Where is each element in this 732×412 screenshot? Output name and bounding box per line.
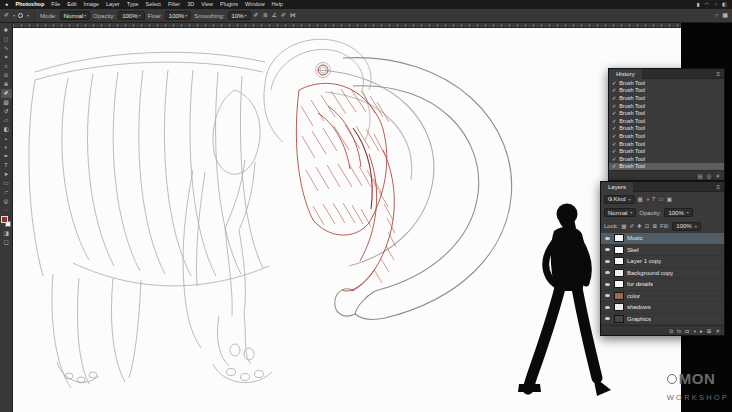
history-state[interactable]: ✐Brush Tool [609, 163, 724, 171]
menu-item-layer[interactable]: Layer [102, 0, 123, 9]
eyedropper-tool[interactable]: ⊙ [1, 71, 12, 80]
history-state[interactable]: ✐Brush Tool [609, 140, 724, 148]
blend-mode-select[interactable]: Normal ▾ [604, 208, 636, 217]
layer-row-layer-1-copy[interactable]: Layer 1 copy [601, 256, 724, 268]
pen-pressure-opacity-icon[interactable]: ✐ [254, 9, 259, 22]
brush-angle-icon[interactable]: ∠ [272, 9, 277, 22]
menu-item-view[interactable]: View [198, 0, 217, 9]
document-canvas[interactable] [13, 28, 681, 412]
brush-tool-preset-icon[interactable]: ✐ [4, 9, 9, 22]
quick-selection-tool[interactable]: ✦ [1, 53, 12, 62]
layer-style-icon[interactable]: fx [677, 326, 681, 336]
menu-item-file[interactable]: File [48, 0, 64, 9]
horizontal-ruler[interactable] [13, 23, 681, 28]
layer-visibility-toggle[interactable] [604, 237, 611, 240]
shape-tool[interactable]: ▭ [1, 179, 12, 188]
menu-item-help[interactable]: Help [268, 0, 286, 9]
healing-brush-tool[interactable]: ⊕ [1, 80, 12, 89]
layer-visibility-toggle[interactable] [604, 283, 611, 286]
layer-visibility-toggle[interactable] [604, 260, 611, 263]
crop-tool[interactable]: ⌗ [1, 62, 12, 71]
foreground-color-swatch[interactable] [1, 216, 8, 223]
menu-item-select[interactable]: Select [142, 0, 164, 9]
lock-all-icon[interactable]: ⊠ [652, 221, 657, 231]
new-snapshot-icon[interactable]: ◎ [707, 171, 712, 181]
menu-item-filter[interactable]: Filter [164, 0, 183, 9]
layer-opacity-select[interactable]: 100% ▾ [664, 208, 692, 217]
menu-item-photoshop[interactable]: Photoshop [12, 0, 48, 9]
filter-adjustment-layers-icon[interactable]: ◑ [646, 194, 649, 204]
hand-tool[interactable]: ☞ [1, 188, 12, 197]
filter-pixel-layers-icon[interactable]: ▦ [638, 194, 643, 204]
lasso-tool[interactable]: ∿ [1, 44, 12, 53]
menu-item-edit[interactable]: Edit [64, 0, 80, 9]
control-center-icon[interactable]: ◧ [722, 0, 727, 9]
battery-icon[interactable]: ▮ [697, 0, 700, 9]
blur-tool[interactable]: ◒ [1, 134, 12, 143]
menu-item-image[interactable]: Image [80, 0, 102, 9]
link-layers-icon[interactable]: ⧉ [669, 326, 673, 336]
clone-stamp-tool[interactable]: ▨ [1, 98, 12, 107]
dodge-tool[interactable]: ◐ [1, 143, 12, 152]
search-icon[interactable]: ○ [715, 9, 719, 22]
layer-visibility-toggle[interactable] [604, 248, 611, 251]
layer-row-shadows[interactable]: shadows [601, 302, 724, 314]
screen-mode-icon[interactable]: ▢ [1, 238, 12, 247]
layer-visibility-toggle[interactable] [604, 271, 611, 274]
paint-symmetry-icon[interactable]: ⋈ [290, 9, 296, 22]
layers-tab[interactable]: Layers [601, 182, 633, 192]
menu-item-window[interactable]: Window [242, 0, 269, 9]
history-state[interactable]: ✐Brush Tool [609, 94, 724, 102]
layer-row-skel[interactable]: Skel [601, 245, 724, 257]
type-tool[interactable]: T [1, 161, 12, 170]
menu-item-type[interactable]: Type [123, 0, 142, 9]
apple-menu-icon[interactable]: ● [5, 0, 8, 9]
layer-row-music[interactable]: Music [601, 233, 724, 245]
history-state[interactable]: ✐Brush Tool [609, 87, 724, 95]
zoom-tool[interactable]: ◎ [1, 197, 12, 206]
menu-item-3d[interactable]: 3D [184, 0, 198, 9]
history-tab[interactable]: History [609, 69, 642, 79]
smoothing-select[interactable]: 10%▾ [228, 11, 251, 20]
history-state[interactable]: ✐Brush Tool [609, 79, 724, 87]
wifi-icon[interactable]: ◠ [705, 0, 709, 9]
gradient-tool[interactable]: ◧ [1, 125, 12, 134]
airbrush-icon[interactable]: ≋ [263, 9, 268, 22]
lock-position-icon[interactable]: ✚ [637, 221, 642, 231]
history-state[interactable]: ✐Brush Tool [609, 117, 724, 125]
layer-row-graphics[interactable]: Graphics [601, 314, 724, 326]
brush-size-preview[interactable] [18, 13, 23, 18]
layer-filter-kind-select[interactable]: Kind ▾ [604, 195, 635, 204]
layer-mask-icon[interactable]: ◘ [685, 326, 688, 336]
history-state[interactable]: ✐Brush Tool [609, 147, 724, 155]
history-state[interactable]: ✐Brush Tool [609, 125, 724, 133]
workspace-switcher-icon[interactable]: ▦ [722, 9, 728, 22]
layer-row-color[interactable]: color [601, 291, 724, 303]
delete-state-icon[interactable]: ✕ [715, 171, 720, 181]
panel-menu-icon[interactable]: ≡ [712, 71, 724, 77]
panel-menu-icon[interactable]: ≡ [712, 184, 724, 190]
layer-row-fur-details[interactable]: fur details [601, 279, 724, 291]
eraser-tool[interactable]: ▱ [1, 116, 12, 125]
lock-transparent-pixels-icon[interactable]: ▦ [621, 221, 626, 231]
history-brush-tool[interactable]: ↺ [1, 107, 12, 116]
filter-smart-objects-icon[interactable]: ▣ [667, 194, 672, 204]
layer-fill-select[interactable]: 100% ▾ [672, 222, 700, 231]
layer-group-icon[interactable]: ▸ [700, 326, 703, 336]
pen-tool[interactable]: ✒ [1, 152, 12, 161]
mode-select[interactable]: Normal▾ [60, 11, 90, 20]
history-state[interactable]: ✐Brush Tool [609, 102, 724, 110]
flow-select[interactable]: 100%▾ [165, 11, 191, 20]
new-document-from-state-icon[interactable]: ▤ [697, 171, 702, 181]
new-layer-icon[interactable]: ⊞ [707, 326, 712, 336]
layer-visibility-toggle[interactable] [604, 294, 611, 297]
history-state[interactable]: ✐Brush Tool [609, 132, 724, 140]
search-icon[interactable]: ○ [714, 0, 717, 9]
brush-tool[interactable]: ✐ [1, 89, 12, 98]
history-state[interactable]: ✐Brush Tool [609, 155, 724, 163]
path-selection-tool[interactable]: ➤ [1, 170, 12, 179]
layer-visibility-toggle[interactable] [604, 306, 611, 309]
layer-visibility-toggle[interactable] [604, 317, 611, 320]
lock-artboard-icon[interactable]: ⊡ [645, 221, 650, 231]
adjustment-layer-icon[interactable]: ◑ [693, 326, 696, 336]
